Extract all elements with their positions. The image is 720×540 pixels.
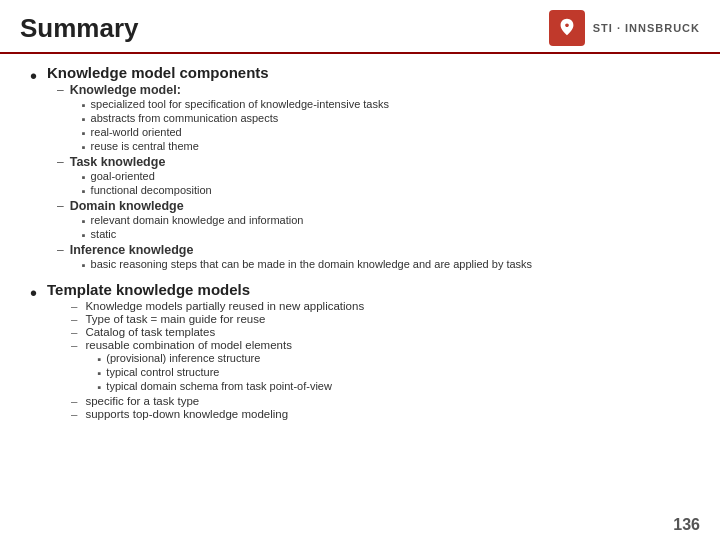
list-item: – reusable combination of model elements… <box>71 339 690 394</box>
footer: 136 <box>0 512 720 540</box>
dash-ik: – <box>57 243 64 257</box>
list-item: ▪ (provisional) inference structure <box>97 352 332 365</box>
list-item: – Knowledge models partially reused in n… <box>71 300 690 312</box>
main-content: • Knowledge model components – Knowledge… <box>0 54 720 512</box>
section-1-content: Knowledge model components – Knowledge m… <box>47 64 690 273</box>
page-number: 136 <box>673 516 700 534</box>
list-item: ▪ functional decomposition <box>82 184 212 197</box>
list-item: ▪ typical domain schema from task point-… <box>97 380 332 393</box>
item-text: Knowledge models partially reused in new… <box>85 300 364 312</box>
list-item: ▪ typical control structure <box>97 366 332 379</box>
logo-area: STI · INNSBRUCK <box>549 10 700 46</box>
list-item: – Catalog of task templates <box>71 326 690 338</box>
ik-items: ▪ basic reasoning steps that can be made… <box>82 258 532 271</box>
list-item: ▪ specialized tool for specification of … <box>82 98 389 111</box>
reusable-sub-list: ▪ (provisional) inference structure ▪ ty… <box>97 352 332 393</box>
dash-km: – <box>57 83 64 97</box>
sub-task-knowledge: – Task knowledge ▪ goal-oriented ▪ <box>57 155 690 198</box>
template-dash-list: – Knowledge models partially reused in n… <box>57 300 690 420</box>
list-item: ▪ reuse is central theme <box>82 140 389 153</box>
dash-tk: – <box>57 155 64 169</box>
list-item: ▪ relevant domain knowledge and informat… <box>82 214 304 227</box>
list-item: ▪ basic reasoning steps that can be made… <box>82 258 532 271</box>
section-1-title: Knowledge model components <box>47 64 690 81</box>
item-text: real-world oriented <box>91 126 182 138</box>
item-text: abstracts from communication aspects <box>91 112 279 124</box>
sub-label-km: Knowledge model: <box>70 83 389 97</box>
bullet-1: • <box>30 65 37 88</box>
item-text: (provisional) inference structure <box>106 352 260 364</box>
item-text: specific for a task type <box>85 395 199 407</box>
tk-items: ▪ goal-oriented ▪ functional decompositi… <box>82 170 212 197</box>
item-text: supports top-down knowledge modeling <box>85 408 288 420</box>
section-2-title: Template knowledge models <box>47 281 690 298</box>
page: Summary STI · INNSBRUCK • Knowledge mode… <box>0 0 720 540</box>
item-text: Catalog of task templates <box>85 326 215 338</box>
dk-items: ▪ relevant domain knowledge and informat… <box>82 214 304 241</box>
logo-svg <box>556 17 578 39</box>
sub-label-tk: Task knowledge <box>70 155 212 169</box>
sub-knowledge-model: – Knowledge model: ▪ specialized tool fo… <box>57 83 690 154</box>
item-text: reuse is central theme <box>91 140 199 152</box>
item-text: relevant domain knowledge and informatio… <box>91 214 304 226</box>
logo-icon <box>549 10 585 46</box>
item-text: static <box>91 228 117 240</box>
item-text: specialized tool for specification of kn… <box>91 98 389 110</box>
logo-text: STI · INNSBRUCK <box>593 22 700 34</box>
sub-list-1: – Knowledge model: ▪ specialized tool fo… <box>57 83 690 272</box>
sub-label-ik: Inference knowledge <box>70 243 532 257</box>
list-item: – Type of task = main guide for reuse <box>71 313 690 325</box>
dash-dk: – <box>57 199 64 213</box>
list-item: ▪ abstracts from communication aspects <box>82 112 389 125</box>
item-text: typical domain schema from task point-of… <box>106 380 332 392</box>
item-text: reusable combination of model elements <box>85 339 332 351</box>
item-text: functional decomposition <box>91 184 212 196</box>
section-knowledge-model: • Knowledge model components – Knowledge… <box>30 64 690 273</box>
list-item: ▪ goal-oriented <box>82 170 212 183</box>
bullet-2: • <box>30 282 37 305</box>
sub-inference-knowledge: – Inference knowledge ▪ basic reasoning … <box>57 243 690 272</box>
item-text: basic reasoning steps that can be made i… <box>91 258 533 270</box>
section-2-content: Template knowledge models – Knowledge mo… <box>47 281 690 421</box>
km-items: ▪ specialized tool for specification of … <box>82 98 389 153</box>
list-item: – specific for a task type <box>71 395 690 407</box>
page-title: Summary <box>20 13 139 44</box>
sub-domain-knowledge: – Domain knowledge ▪ relevant domain kno… <box>57 199 690 242</box>
item-text: Type of task = main guide for reuse <box>85 313 265 325</box>
header: Summary STI · INNSBRUCK <box>0 0 720 54</box>
list-item: ▪ static <box>82 228 304 241</box>
list-item: – supports top-down knowledge modeling <box>71 408 690 420</box>
sub-label-dk: Domain knowledge <box>70 199 304 213</box>
section-template-knowledge: • Template knowledge models – Knowledge … <box>30 281 690 421</box>
list-item: ▪ real-world oriented <box>82 126 389 139</box>
item-text: goal-oriented <box>91 170 155 182</box>
item-text: typical control structure <box>106 366 219 378</box>
